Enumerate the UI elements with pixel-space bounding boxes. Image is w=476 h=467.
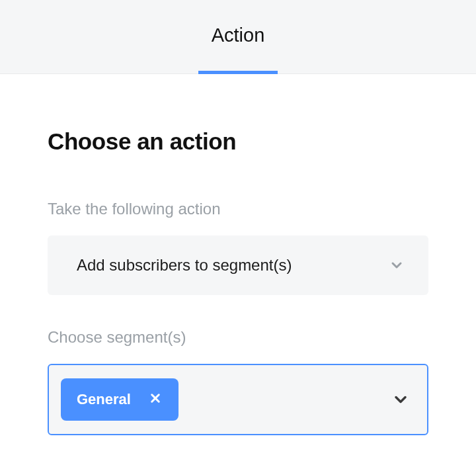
segment-chip-label: General — [77, 391, 131, 408]
segments-field-label: Choose segment(s) — [48, 328, 428, 347]
action-panel: Choose an action Take the following acti… — [0, 74, 476, 435]
panel-title: Choose an action — [48, 128, 428, 155]
segments-multiselect[interactable]: General — [48, 364, 428, 435]
chevron-down-icon — [391, 390, 410, 409]
chips-container: General — [61, 378, 391, 421]
chevron-down-icon — [389, 257, 405, 273]
close-icon[interactable] — [145, 388, 165, 411]
tab-action[interactable]: Action — [198, 0, 278, 74]
tab-header: Action — [0, 0, 476, 74]
action-select-value: Add subscribers to segment(s) — [77, 256, 389, 275]
action-field-label: Take the following action — [48, 200, 428, 218]
action-select[interactable]: Add subscribers to segment(s) — [48, 235, 428, 295]
segments-field: Choose segment(s) General — [48, 328, 428, 435]
action-field: Take the following action Add subscriber… — [48, 200, 428, 295]
segment-chip: General — [61, 378, 178, 421]
